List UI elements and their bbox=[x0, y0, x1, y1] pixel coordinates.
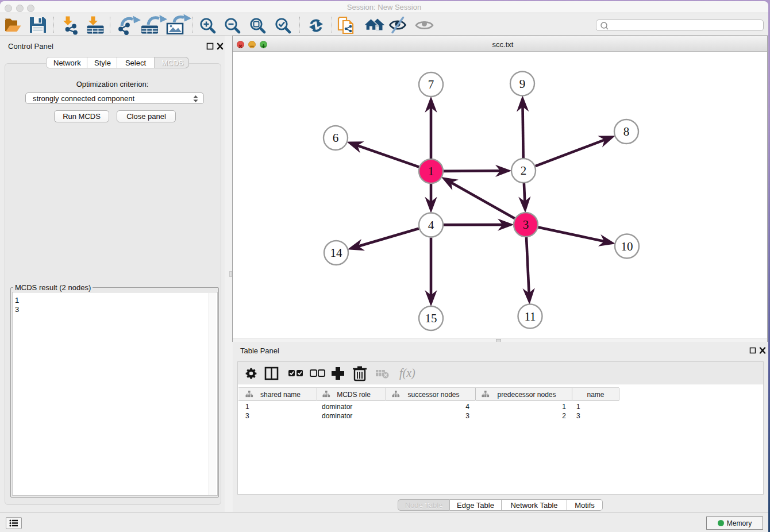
svg-text:11: 11 bbox=[524, 310, 536, 323]
svg-text:f(x): f(x) bbox=[399, 367, 415, 380]
svg-text:14: 14 bbox=[330, 246, 343, 260]
svg-text:10: 10 bbox=[621, 240, 633, 253]
svg-text:6: 6 bbox=[333, 131, 339, 145]
svg-text:4: 4 bbox=[428, 218, 434, 232]
svg-text:8: 8 bbox=[623, 125, 630, 138]
svg-text:3: 3 bbox=[523, 218, 529, 232]
svg-text:2: 2 bbox=[521, 164, 527, 178]
svg-text:9: 9 bbox=[519, 77, 526, 91]
svg-text:7: 7 bbox=[428, 78, 434, 91]
svg-text:1: 1 bbox=[428, 164, 434, 178]
svg-text:15: 15 bbox=[425, 311, 437, 325]
